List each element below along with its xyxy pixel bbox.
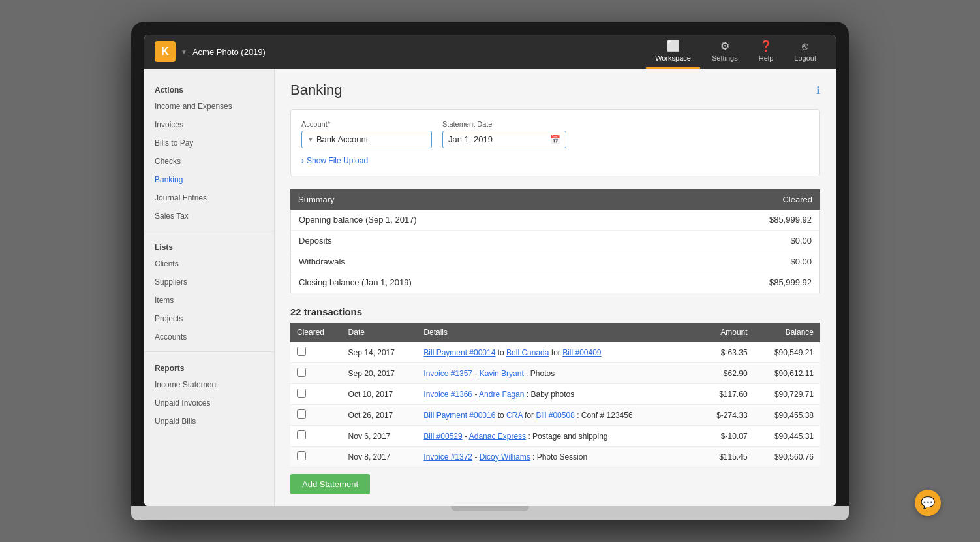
- date-cell: Sep 14, 2017: [342, 342, 418, 363]
- account-form-group: Account* ▼: [301, 120, 432, 148]
- sidebar-item-journal-entries[interactable]: Journal Entries: [144, 189, 274, 207]
- sidebar-item-items[interactable]: Items: [144, 291, 274, 310]
- chevron-right-icon: ›: [301, 156, 304, 165]
- nav-logout[interactable]: ⎋ Logout: [785, 35, 825, 69]
- summary-section: Summary Cleared Opening balance (Sep 1, …: [290, 189, 820, 293]
- details-link1[interactable]: Invoice #1366: [423, 390, 472, 399]
- summary-row-opening-value: $85,999.92: [769, 215, 812, 225]
- logo-area[interactable]: K ▼ Acme Photo (2019): [155, 41, 266, 62]
- details-link2[interactable]: Adanac Express: [469, 432, 526, 441]
- details-cell: Bill Payment #00016 to CRA for Bill #005…: [417, 405, 698, 426]
- account-input-wrap[interactable]: ▼: [301, 131, 432, 148]
- statement-date-label: Statement Date: [442, 120, 566, 128]
- col-details: Details: [417, 323, 698, 342]
- summary-header-right: Cleared: [782, 195, 812, 204]
- details-cell: Bill #00529 - Adanac Express : Postage a…: [417, 426, 698, 447]
- amount-cell: $-63.35: [698, 342, 754, 363]
- page-title-text: Banking: [290, 82, 343, 99]
- sidebar-item-unpaid-invoices[interactable]: Unpaid Invoices: [144, 394, 274, 412]
- details-cell: Invoice #1372 - Dicoy Williams : Photo S…: [417, 447, 698, 468]
- summary-row-deposits-value: $0.00: [790, 236, 812, 246]
- sidebar-item-unpaid-bills[interactable]: Unpaid Bills: [144, 412, 274, 430]
- date-cell: Nov 6, 2017: [342, 426, 418, 447]
- table-row: Nov 6, 2017 Bill #00529 - Adanac Express…: [290, 426, 820, 447]
- details-link2[interactable]: CRA: [506, 411, 523, 420]
- form-card: Account* ▼ Statement Date 📅: [290, 109, 820, 176]
- details-link3[interactable]: Bill #00508: [536, 411, 574, 420]
- sidebar-item-banking[interactable]: Banking: [144, 170, 274, 189]
- cleared-checkbox[interactable]: [297, 430, 306, 439]
- sidebar-item-checks[interactable]: Checks: [144, 152, 274, 170]
- summary-row-withdrawals-label: Withdrawals: [299, 257, 345, 266]
- summary-row-opening: Opening balance (Sep 1, 2017) $85,999.92: [291, 210, 819, 231]
- nav-settings[interactable]: ⚙ Settings: [703, 35, 747, 69]
- cleared-cell: [290, 405, 342, 426]
- transactions-table: Cleared Date Details Amount Balance: [290, 323, 820, 468]
- summary-row-withdrawals: Withdrawals $0.00: [291, 251, 819, 272]
- account-dropdown-arrow-icon: ▼: [307, 136, 314, 143]
- sidebar-item-invoices[interactable]: Invoices: [144, 116, 274, 134]
- cleared-checkbox[interactable]: [297, 409, 306, 419]
- content-area: Banking ℹ Account* ▼: [275, 69, 836, 506]
- details-link1[interactable]: Invoice #1372: [423, 453, 472, 462]
- sidebar: Actions Income and Expenses Invoices Bil…: [144, 69, 275, 506]
- statement-date-input[interactable]: [448, 135, 547, 144]
- workspace-icon: ⬜: [667, 40, 680, 52]
- col-balance: Balance: [754, 323, 820, 342]
- details-link1[interactable]: Bill Payment #00016: [423, 411, 495, 420]
- account-input[interactable]: [316, 135, 426, 144]
- cleared-checkbox[interactable]: [297, 389, 306, 398]
- dropdown-arrow-icon: ▼: [181, 48, 187, 56]
- sidebar-divider-2: [144, 351, 274, 352]
- details-link2[interactable]: Andre Fagan: [479, 390, 524, 399]
- details-link3[interactable]: Bill #00409: [562, 348, 601, 357]
- summary-header: Summary Cleared: [290, 189, 820, 210]
- balance-cell: $90,729.71: [754, 384, 820, 405]
- calendar-icon: 📅: [550, 135, 560, 144]
- details-link1[interactable]: Bill #00529: [423, 432, 462, 441]
- cleared-checkbox[interactable]: [297, 368, 306, 377]
- sidebar-item-clients[interactable]: Clients: [144, 255, 274, 273]
- details-link2[interactable]: Dicoy Williams: [480, 453, 530, 462]
- chat-bubble-button[interactable]: 💬: [915, 490, 941, 516]
- details-link2[interactable]: Kavin Bryant: [480, 369, 524, 378]
- sidebar-item-suppliers[interactable]: Suppliers: [144, 273, 274, 291]
- details-cell: Invoice #1357 - Kavin Bryant : Photos: [417, 363, 698, 384]
- nav-help-label: Help: [759, 54, 774, 62]
- balance-cell: $90,612.11: [754, 363, 820, 384]
- details-link1[interactable]: Invoice #1357: [423, 369, 472, 378]
- summary-row-closing-label: Closing balance (Jan 1, 2019): [299, 278, 412, 287]
- cleared-cell: [290, 384, 342, 405]
- transactions-title: 22 transactions: [290, 306, 820, 317]
- table-row: Sep 14, 2017 Bill Payment #00014 to Bell…: [290, 342, 820, 363]
- cleared-checkbox[interactable]: [297, 451, 306, 460]
- show-file-upload-label: Show File Upload: [307, 156, 368, 165]
- sidebar-item-projects[interactable]: Projects: [144, 310, 274, 328]
- date-input-wrap[interactable]: 📅: [442, 131, 566, 148]
- nav-workspace-label: Workspace: [655, 54, 691, 62]
- cleared-cell: [290, 426, 342, 447]
- nav-workspace[interactable]: ⬜ Workspace: [646, 35, 700, 69]
- cleared-cell: [290, 342, 342, 363]
- col-amount: Amount: [698, 323, 754, 342]
- summary-row-deposits: Deposits $0.00: [291, 231, 819, 251]
- amount-cell: $62.90: [698, 363, 754, 384]
- nav-help[interactable]: ❓ Help: [750, 35, 783, 69]
- info-icon[interactable]: ℹ: [816, 84, 820, 97]
- details-link2[interactable]: Bell Canada: [506, 348, 549, 357]
- details-link1[interactable]: Bill Payment #00014: [423, 348, 495, 357]
- sidebar-item-sales-tax[interactable]: Sales Tax: [144, 207, 274, 225]
- sidebar-item-income-expenses[interactable]: Income and Expenses: [144, 97, 274, 116]
- summary-row-deposits-label: Deposits: [299, 236, 332, 246]
- add-statement-button[interactable]: Add Statement: [290, 474, 370, 494]
- sidebar-item-income-statement[interactable]: Income Statement: [144, 375, 274, 394]
- summary-table: Opening balance (Sep 1, 2017) $85,999.92…: [290, 210, 820, 293]
- show-file-upload-link[interactable]: › Show File Upload: [301, 156, 809, 165]
- col-date: Date: [342, 323, 418, 342]
- cleared-checkbox[interactable]: [297, 347, 306, 356]
- sidebar-item-bills-to-pay[interactable]: Bills to Pay: [144, 134, 274, 152]
- sidebar-item-accounts[interactable]: Accounts: [144, 328, 274, 346]
- details-cell: Invoice #1366 - Andre Fagan : Baby photo…: [417, 384, 698, 405]
- logout-icon: ⎋: [802, 40, 808, 52]
- top-nav: K ▼ Acme Photo (2019) ⬜ Workspace ⚙ Sett…: [144, 35, 836, 69]
